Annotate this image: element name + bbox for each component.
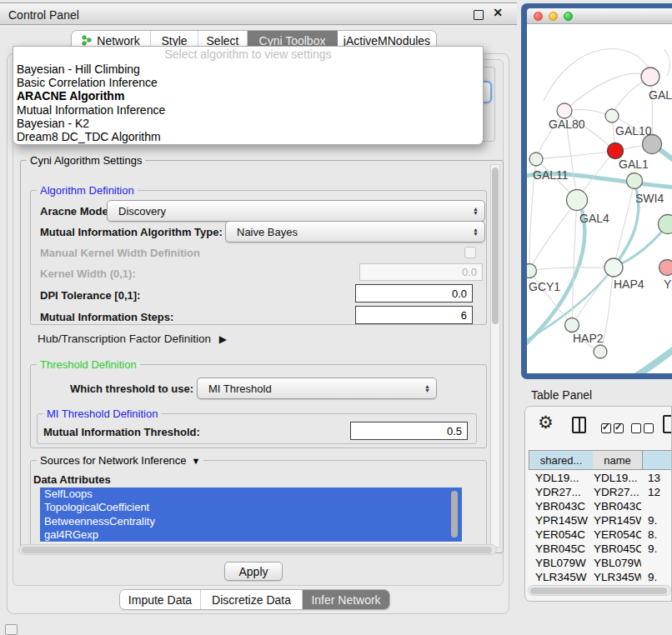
which-threshold-combobox[interactable]: MI Threshold ▲▼ [197,378,437,399]
attribute-item-selected[interactable]: BetweennessCentrality [40,515,462,528]
node-gal-top[interactable] [641,68,659,86]
table-row[interactable]: YLR345WYLR345W9. [529,570,672,584]
spinner-arrows-icon: ▲▼ [473,228,479,236]
table-row[interactable]: YBR045CYBR045C9. [529,542,672,556]
table-body: YDL19...YDL19...13 YDR27...YDR27...12 YB… [529,471,672,585]
table-row[interactable]: YDL19...YDL19...13 [529,471,672,485]
float-panel-icon[interactable] [474,10,484,20]
kernel-width-input[interactable]: 0.0 [359,263,483,281]
attribute-item-selected[interactable]: SelfLoops [40,488,462,501]
sources-title: Sources for Network Inference [40,454,187,467]
table-hscrollbar[interactable] [528,585,671,596]
node-label: GAL11 [533,168,569,182]
table-row[interactable]: YBL079WYBL079W [529,556,672,570]
panel-title: Control Panel [8,8,79,22]
attributes-scrollbar-thumb[interactable] [451,491,458,538]
node-label: HAP2 [573,332,604,345]
control-panel-titlebar: Control Panel ✕ [0,2,517,25]
table-row[interactable]: YDR27...YDR27...12 [529,485,672,499]
tab-infer-network-label: Infer Network [311,593,380,607]
dpi-tolerance-input[interactable]: 0.0 [355,284,473,302]
mi-type-combobox[interactable]: Naive Bayes ▲▼ [225,221,485,242]
settings-hscrollbar-thumb[interactable] [22,547,492,553]
network-window-titlebar [527,8,672,24]
algorithm-option[interactable]: Basic Correlation Inference [13,76,483,89]
table-row[interactable]: YPR145WYPR145W9. [529,513,672,528]
node-label: GCY1 [529,280,560,293]
data-attributes-list: SelfLoops TopologicalCoefficient Between… [40,488,462,542]
node-gal1[interactable] [608,143,624,159]
spinner-arrows-icon: ▲▼ [473,207,479,215]
hub-definition-expander[interactable]: Hub/Transcription Factor Definition ▶ [38,332,227,345]
expand-right-icon: ▶ [219,333,227,345]
dock-panel-icon[interactable] [5,624,18,635]
algorithm-option[interactable]: Mutual Information Inference [13,103,483,117]
settings-scrollbar[interactable] [490,164,500,548]
algorithm-option[interactable]: Dream8 DC_TDC Algorithm [13,130,483,143]
mi-steps-input[interactable]: 6 [355,306,473,324]
algorithm-definition-title: Algorithm Definition [37,184,138,197]
hub-definition-label: Hub/Transcription Factor Definition [38,332,211,345]
column-header-name[interactable]: name [593,450,643,470]
node-swi4[interactable] [627,173,643,189]
table-row[interactable]: YBR043CYBR043C [529,499,672,513]
split-columns-icon[interactable] [572,417,586,433]
node-gal11[interactable] [529,152,543,166]
network-canvas[interactable]: GAL GAL80 GAL10 GAL1 GAL11 SWI4 GAL4 GCY… [527,24,672,373]
node-green-right[interactable] [659,215,672,234]
aracne-mode-label: Aracne Mode: [40,205,112,218]
node-hap4[interactable] [604,258,623,277]
attribute-item-selected[interactable]: TopologicalCoefficient [40,501,462,514]
algorithm-option-selected[interactable]: ARACNE Algorithm [13,89,483,102]
control-panel-window: Control Panel ✕ Network Style Select [0,0,517,635]
node-gal10[interactable] [605,109,619,122]
new-file-icon[interactable] [663,415,672,433]
settings-gear-icon[interactable]: ⚙ [538,412,554,432]
close-window-icon[interactable] [534,12,543,21]
minimize-window-icon[interactable] [549,12,558,21]
algorithm-option[interactable]: Bayesian - K2 [13,117,483,130]
algorithm-dropdown-popup: Select algorithm to view settings Bayesi… [13,46,484,145]
data-attributes-label: Data Attributes [33,473,111,486]
zoom-window-icon[interactable] [564,12,573,21]
algorithm-option[interactable]: Bayesian - Hill Climbing [13,62,483,76]
settings-hscrollbar[interactable] [18,544,497,555]
attribute-item-selected[interactable]: gal4RGexp [40,528,462,542]
close-panel-icon[interactable]: ✕ [493,6,503,19]
node-salmon[interactable] [659,260,672,276]
node-hap2[interactable] [565,318,579,332]
dpi-tolerance-value: 0.0 [452,288,467,300]
select-all-checkboxes-icon[interactable] [601,422,626,437]
which-threshold-label: Which threshold to use: [70,382,193,395]
table-panel-window: ⚙ shared... name [524,406,672,602]
manual-kernel-checkbox[interactable] [464,247,476,258]
settings-scrollbar-thumb[interactable] [492,168,499,324]
column-header-shared[interactable]: shared... [529,450,594,470]
sources-collapse-toggle[interactable]: Sources for Network Inference ▼ [37,454,203,467]
kernel-width-value: 0.0 [462,266,477,278]
tab-infer-network[interactable]: Infer Network [303,590,389,609]
tab-discretize-data[interactable]: Discretize Data [201,590,303,609]
table-panel-title: Table Panel [531,388,592,402]
table-hscrollbar-thumb[interactable] [530,588,667,594]
apply-button[interactable]: Apply [224,562,283,581]
table-row[interactable]: YER054CYER054C8. [529,528,672,542]
tab-discretize-data-label: Discretize Data [212,593,291,607]
column-header-name-label: name [604,454,631,467]
aracne-mode-combobox[interactable]: Discovery ▲▼ [107,200,485,222]
node-gcy1[interactable] [527,264,537,278]
node-gal80[interactable] [557,103,572,118]
mi-threshold-input[interactable]: 0.5 [350,422,468,440]
node-label: GAL4 [579,212,609,225]
column-header-cut[interactable] [643,450,672,470]
deselect-all-checkboxes-icon[interactable] [631,422,656,437]
mi-steps-label: Mutual Information Steps: [40,311,173,323]
tab-impute-data-label: Impute Data [128,593,192,607]
mi-type-value: Naive Bayes [226,226,298,238]
algorithm-dropdown-placeholder: Select algorithm to view settings [13,47,483,62]
node-bottom-green[interactable] [594,345,607,358]
node-gal4[interactable] [567,190,588,211]
tab-impute-data[interactable]: Impute Data [120,590,201,609]
node-label: GAL80 [549,118,585,131]
manual-kernel-label: Manual Kernel Width Definition [40,247,200,259]
